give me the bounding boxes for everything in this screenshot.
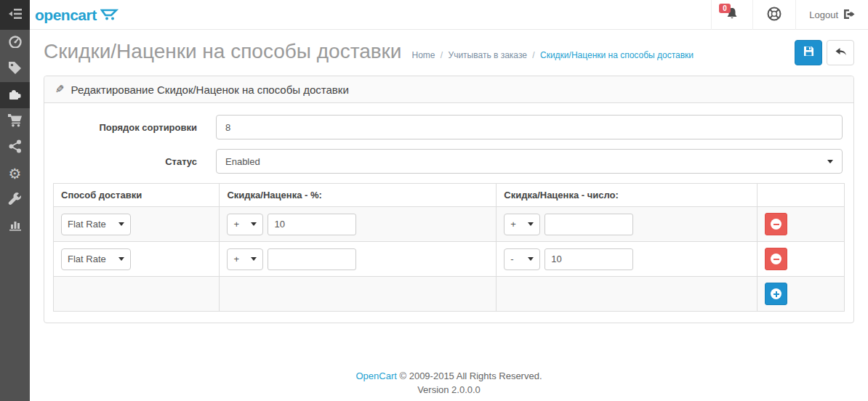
empty-cell <box>497 277 758 312</box>
pencil-icon: ✎ <box>55 83 65 96</box>
breadcrumb-separator: / <box>441 50 443 60</box>
main-content: Скидки/Наценки на способы доставки Home … <box>30 30 868 401</box>
empty-cell <box>220 277 497 312</box>
sign-value: + <box>233 254 239 264</box>
sidebar-item-reports[interactable] <box>0 213 30 239</box>
save-floppy-icon <box>803 46 814 60</box>
column-header-percent: Скидка/Наценка - %: <box>220 184 497 207</box>
breadcrumb-separator: / <box>532 50 534 60</box>
status-label: Статус <box>53 156 216 167</box>
notification-badge: 0 <box>719 4 731 13</box>
chevron-down-icon <box>251 257 257 261</box>
table-row: Flat Rate + <box>54 242 845 277</box>
undo-arrow-icon <box>835 46 847 60</box>
system-gear-icon: ⚙ <box>9 166 22 181</box>
minus-circle-icon <box>771 254 781 264</box>
discount-table: Способ доставки Скидка/Наценка - %: Скид… <box>53 183 845 312</box>
shipping-method-select[interactable]: Flat Rate <box>61 248 131 270</box>
shipping-method-value: Flat Rate <box>68 254 106 264</box>
extensions-puzzle-icon <box>8 86 23 104</box>
opencart-footer-link[interactable]: OpenCart <box>355 370 396 381</box>
chevron-down-icon <box>827 160 833 163</box>
sales-cart-icon <box>8 113 23 130</box>
sidebar-item-marketing[interactable] <box>0 134 30 161</box>
tools-wrench-icon <box>8 192 22 208</box>
remove-row-button[interactable] <box>765 213 787 235</box>
amount-sign-select[interactable]: + <box>504 214 540 235</box>
breadcrumb-home[interactable]: Home <box>411 50 435 60</box>
cart-logo-icon <box>100 7 119 23</box>
footer: OpenCart © 2009-2015 All Rights Reserved… <box>30 370 868 397</box>
sort-order-input[interactable] <box>216 115 843 139</box>
column-header-actions <box>758 184 845 207</box>
sidebar-item-catalog[interactable] <box>0 56 30 82</box>
sidebar-item-tools[interactable] <box>0 187 30 213</box>
opencart-logo[interactable]: opencart <box>35 0 119 30</box>
percent-value-input[interactable] <box>268 214 356 235</box>
back-button[interactable] <box>827 40 854 65</box>
sidebar-item-sales[interactable] <box>0 108 30 134</box>
percent-sign-select[interactable]: + <box>227 214 263 235</box>
logout-label: Logout <box>809 9 838 20</box>
percent-value-input[interactable] <box>268 248 356 270</box>
amount-sign-select[interactable]: - <box>504 248 540 270</box>
menu-toggle-icon <box>9 8 22 23</box>
amount-value-input[interactable] <box>544 214 633 235</box>
shipping-method-value: Flat Rate <box>68 219 106 230</box>
sidebar-item-extensions[interactable] <box>0 82 30 108</box>
breadcrumb-order-totals[interactable]: Учитывать в заказе <box>449 50 527 60</box>
copyright-text: © 2009-2015 All Rights Reserved. <box>399 370 542 381</box>
notifications-button[interactable]: 0 <box>711 0 752 30</box>
top-right-menu: 0 Logout <box>711 0 868 30</box>
reports-chart-icon <box>9 219 22 234</box>
breadcrumb: Home / Учитывать в заказе / Скидки/Нацен… <box>411 50 694 60</box>
chevron-down-icon <box>118 257 124 261</box>
status-select-value: Enabled <box>225 156 260 167</box>
sign-out-icon <box>843 9 855 22</box>
life-ring-icon <box>766 6 782 25</box>
table-row-add <box>54 277 845 312</box>
sign-value: + <box>510 219 516 230</box>
logo-text: opencart <box>35 7 97 24</box>
column-header-amount: Скидка/Наценка - число: <box>497 184 758 207</box>
page-title: Скидки/Наценки на способы доставки <box>44 40 401 63</box>
chevron-down-icon <box>528 257 534 261</box>
dashboard-icon <box>8 35 23 51</box>
menu-toggle-button[interactable] <box>0 0 30 30</box>
amount-value-input[interactable] <box>544 248 633 270</box>
panel-heading-title: Редактирование Скидок/Наценок на способы… <box>71 84 349 96</box>
plus-circle-icon <box>771 288 781 299</box>
copyright-line: OpenCart © 2009-2015 All Rights Reserved… <box>30 370 868 384</box>
shipping-method-select[interactable]: Flat Rate <box>61 214 131 235</box>
status-select[interactable]: Enabled <box>216 149 843 174</box>
add-row-button[interactable] <box>765 283 787 305</box>
percent-sign-select[interactable]: + <box>227 248 263 270</box>
sidebar-item-system[interactable]: ⚙ <box>0 161 30 187</box>
panel-body: Порядок сортировки Статус Enabled Сп <box>44 103 853 323</box>
catalog-tag-icon <box>8 61 22 78</box>
panel-heading: ✎ Редактирование Скидок/Наценок на спосо… <box>44 76 853 103</box>
sidebar-item-dashboard[interactable] <box>0 30 30 56</box>
sort-order-label: Порядок сортировки <box>53 122 216 133</box>
sidebar-nav: ⚙ <box>0 30 30 401</box>
column-header-shipping-method: Способ доставки <box>54 184 220 207</box>
minus-circle-icon <box>771 219 781 230</box>
chevron-down-icon <box>118 222 124 226</box>
remove-row-button[interactable] <box>765 248 787 270</box>
edit-panel: ✎ Редактирование Скидок/Наценок на спосо… <box>44 76 854 323</box>
version-text: Version 2.0.0.0 <box>30 384 868 397</box>
sign-value: - <box>510 254 513 264</box>
table-row: Flat Rate + <box>54 207 845 242</box>
save-button[interactable] <box>795 40 822 65</box>
breadcrumb-current[interactable]: Скидки/Наценки на способы доставки <box>540 50 694 60</box>
logout-button[interactable]: Logout <box>795 0 868 30</box>
marketing-share-icon <box>9 139 22 156</box>
empty-cell <box>54 277 220 312</box>
chevron-down-icon <box>251 222 257 226</box>
store-front-button[interactable] <box>752 0 795 30</box>
chevron-down-icon <box>528 222 534 226</box>
top-bar: opencart 0 Logout <box>0 0 868 30</box>
page-header: Скидки/Наценки на способы доставки Home … <box>30 30 868 73</box>
sign-value: + <box>233 219 239 230</box>
